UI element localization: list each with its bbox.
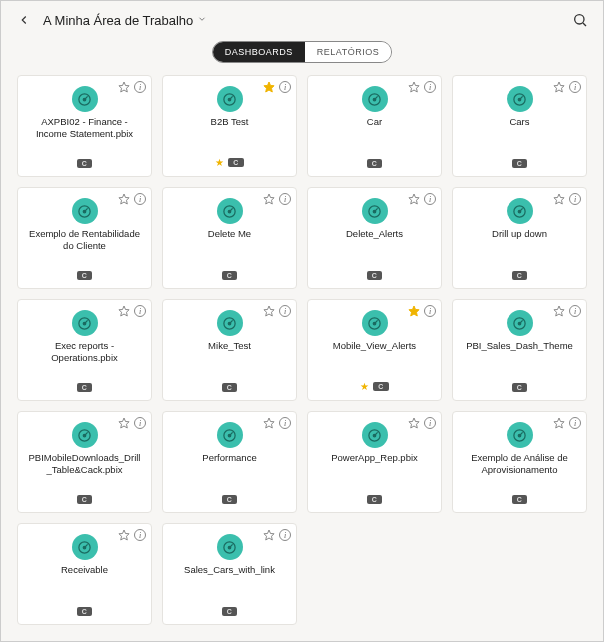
search-button[interactable] [571, 11, 589, 29]
dashboard-card[interactable]: i Performance C [162, 411, 297, 513]
tab-reports[interactable]: RELATÓRIOS [305, 42, 391, 62]
info-button[interactable]: i [134, 529, 146, 541]
info-button[interactable]: i [279, 417, 291, 429]
card-title: Mike_Test [206, 340, 253, 352]
info-button[interactable]: i [569, 417, 581, 429]
workspace-title-dropdown[interactable]: A Minha Área de Trabalho [43, 13, 571, 28]
classification-badge: C [222, 271, 237, 280]
favorite-indicator-icon: ★ [360, 381, 369, 392]
card-title: Drill up down [490, 228, 549, 240]
dashboard-icon [72, 422, 98, 448]
favorite-button[interactable] [553, 193, 565, 205]
dashboard-card[interactable]: i AXPBI02 - Finance - Income Statement.p… [17, 75, 152, 177]
classification-badge: C [77, 495, 92, 504]
dashboard-icon [362, 86, 388, 112]
favorite-button[interactable] [263, 529, 275, 541]
classification-badge: C [77, 607, 92, 616]
dashboard-icon [507, 86, 533, 112]
card-title: Delete Me [206, 228, 253, 240]
back-button[interactable] [15, 11, 33, 29]
dashboard-icon [217, 86, 243, 112]
svg-point-0 [575, 15, 584, 24]
favorite-button[interactable] [408, 193, 420, 205]
card-title: Mobile_View_Alerts [331, 340, 418, 352]
info-button[interactable]: i [134, 193, 146, 205]
classification-badge: C [512, 159, 527, 168]
classification-badge: C [367, 159, 382, 168]
dashboard-icon [217, 534, 243, 560]
classification-badge: C [512, 383, 527, 392]
favorite-button[interactable] [553, 305, 565, 317]
svg-marker-34 [119, 306, 129, 316]
svg-marker-46 [554, 306, 564, 316]
dashboard-icon [217, 422, 243, 448]
favorite-button[interactable] [408, 305, 420, 317]
classification-badge: C [373, 382, 388, 391]
dashboard-card[interactable]: i B2B Test ★ C [162, 75, 297, 177]
dashboard-card[interactable]: i Delete_Alerts C [307, 187, 442, 289]
info-button[interactable]: i [279, 81, 291, 93]
card-title: PBI_Sales_Dash_Theme [464, 340, 575, 352]
classification-badge: C [77, 271, 92, 280]
header: A Minha Área de Trabalho [1, 1, 603, 35]
dashboard-card[interactable]: i PBIMobileDownloads_Drill_Table&Cack.pb… [17, 411, 152, 513]
classification-badge: C [77, 159, 92, 168]
favorite-button[interactable] [118, 193, 130, 205]
info-button[interactable]: i [279, 529, 291, 541]
favorite-button[interactable] [118, 417, 130, 429]
dashboard-card[interactable]: i Mobile_View_Alerts ★ C [307, 299, 442, 401]
classification-badge: C [367, 271, 382, 280]
classification-badge: C [222, 383, 237, 392]
info-button[interactable]: i [424, 193, 436, 205]
dashboard-card[interactable]: i Drill up down C [452, 187, 587, 289]
svg-marker-38 [264, 306, 274, 316]
info-button[interactable]: i [569, 305, 581, 317]
svg-marker-42 [409, 306, 419, 316]
dashboard-card[interactable]: i Cars C [452, 75, 587, 177]
favorite-button[interactable] [118, 529, 130, 541]
svg-marker-14 [554, 82, 564, 92]
dashboard-card[interactable]: i Car C [307, 75, 442, 177]
dashboard-card[interactable]: i Exemplo de Análise de Aprovisionamento… [452, 411, 587, 513]
info-button[interactable]: i [424, 417, 436, 429]
card-title: PowerApp_Rep.pbix [329, 452, 420, 464]
card-title: PBIMobileDownloads_Drill_Table&Cack.pbix [24, 452, 145, 476]
card-title: B2B Test [209, 116, 251, 128]
favorite-button[interactable] [263, 193, 275, 205]
dashboard-card[interactable]: i PBI_Sales_Dash_Theme C [452, 299, 587, 401]
svg-marker-22 [264, 194, 274, 204]
info-button[interactable]: i [134, 305, 146, 317]
favorite-button[interactable] [118, 305, 130, 317]
card-title: Cars [507, 116, 531, 128]
favorite-button[interactable] [263, 81, 275, 93]
favorite-button[interactable] [553, 81, 565, 93]
info-button[interactable]: i [569, 81, 581, 93]
dashboard-card[interactable]: i Exemplo de Rentabilidade do Cliente C [17, 187, 152, 289]
svg-marker-6 [264, 82, 274, 92]
tab-dashboards[interactable]: DASHBOARDS [213, 42, 305, 62]
dashboard-icon [362, 198, 388, 224]
info-button[interactable]: i [134, 81, 146, 93]
info-button[interactable]: i [424, 305, 436, 317]
favorite-button[interactable] [263, 417, 275, 429]
favorite-button[interactable] [118, 81, 130, 93]
dashboard-card[interactable]: i Receivable C [17, 523, 152, 625]
dashboard-card[interactable]: i PowerApp_Rep.pbix C [307, 411, 442, 513]
favorite-button[interactable] [408, 81, 420, 93]
info-button[interactable]: i [134, 417, 146, 429]
dashboard-card[interactable]: i Exec reports - Operations.pbix C [17, 299, 152, 401]
favorite-button[interactable] [263, 305, 275, 317]
favorite-button[interactable] [553, 417, 565, 429]
info-button[interactable]: i [279, 193, 291, 205]
dashboard-card[interactable]: i Sales_Cars_with_link C [162, 523, 297, 625]
favorite-button[interactable] [408, 417, 420, 429]
dashboard-card[interactable]: i Delete Me C [162, 187, 297, 289]
dashboard-card[interactable]: i Mike_Test C [162, 299, 297, 401]
info-button[interactable]: i [569, 193, 581, 205]
info-button[interactable]: i [279, 305, 291, 317]
card-title: Exemplo de Rentabilidade do Cliente [24, 228, 145, 252]
dashboard-icon [72, 86, 98, 112]
classification-badge: C [228, 158, 243, 167]
info-button[interactable]: i [424, 81, 436, 93]
card-title: Exemplo de Análise de Aprovisionamento [459, 452, 580, 476]
